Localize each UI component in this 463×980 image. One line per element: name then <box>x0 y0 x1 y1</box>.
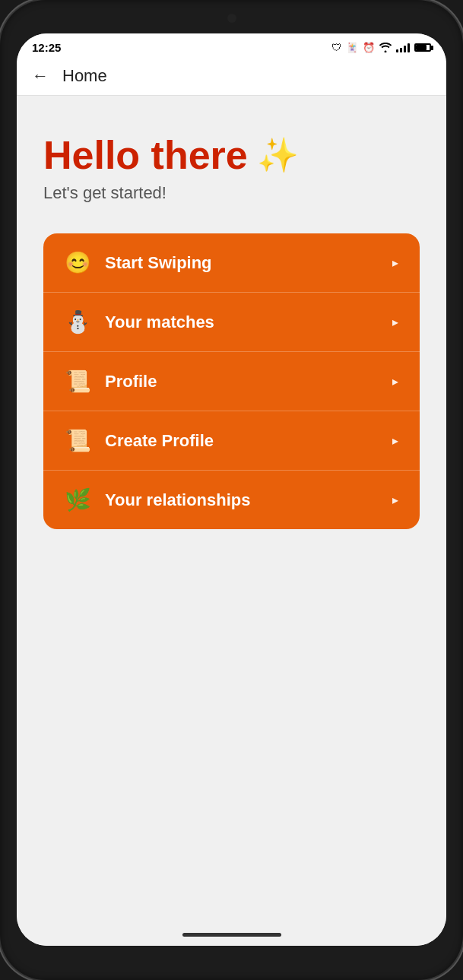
greeting-text: Hello there ✨ <box>43 134 420 177</box>
create-profile-emoji: 📜 <box>65 428 91 453</box>
battery-icon <box>414 43 431 52</box>
create-profile-arrow: ▸ <box>392 433 398 448</box>
swiping-arrow: ▸ <box>392 255 398 270</box>
nav-bar: ← Home <box>17 60 446 96</box>
status-bar: 12:25 🛡 🃏 ⏰ <box>17 33 446 60</box>
page-title: Home <box>62 66 107 86</box>
swiping-label: Start Swiping <box>105 253 392 273</box>
matches-label: Your matches <box>105 312 392 332</box>
status-icons: 🛡 🃏 ⏰ <box>331 42 431 53</box>
menu-item-profile[interactable]: 📜 Profile ▸ <box>43 352 420 411</box>
matches-emoji: ⛄ <box>65 309 91 335</box>
camera-dot <box>227 14 236 23</box>
alarm-icon: ⏰ <box>363 42 375 53</box>
status-time: 12:25 <box>32 41 61 54</box>
greeting-label: Hello there <box>43 134 248 177</box>
phone-frame: 12:25 🛡 🃏 ⏰ <box>0 0 463 980</box>
wifi-icon <box>379 43 392 52</box>
menu-item-your-matches[interactable]: ⛄ Your matches ▸ <box>43 293 420 352</box>
subtitle-text: Let's get started! <box>43 183 420 203</box>
menu-item-start-swiping[interactable]: 😊 Start Swiping ▸ <box>43 233 420 293</box>
back-button[interactable]: ← <box>32 66 49 86</box>
main-content: Hello there ✨ Let's get started! 😊 Start… <box>17 96 446 946</box>
matches-arrow: ▸ <box>392 315 398 329</box>
profile-arrow: ▸ <box>392 374 398 389</box>
signal-icon <box>396 43 410 52</box>
hero-section: Hello there ✨ Let's get started! <box>43 134 420 203</box>
create-profile-label: Create Profile <box>105 431 392 451</box>
phone-screen: 12:25 🛡 🃏 ⏰ <box>17 33 446 946</box>
shield-icon: 🛡 <box>331 42 341 53</box>
menu-item-relationships[interactable]: 🌿 Your relationships ▸ <box>43 471 420 529</box>
menu-card: 😊 Start Swiping ▸ ⛄ Your matches ▸ 📜 Pro… <box>43 233 420 529</box>
menu-item-create-profile[interactable]: 📜 Create Profile ▸ <box>43 411 420 471</box>
profile-emoji: 📜 <box>65 369 91 394</box>
card-icon: 🃏 <box>346 42 358 53</box>
relationships-label: Your relationships <box>105 490 392 510</box>
relationships-arrow: ▸ <box>392 493 398 507</box>
home-indicator <box>182 933 281 937</box>
swiping-emoji: 😊 <box>65 250 91 275</box>
relationships-emoji: 🌿 <box>65 487 91 512</box>
profile-label: Profile <box>105 372 392 392</box>
sparkle-emoji: ✨ <box>257 137 299 173</box>
